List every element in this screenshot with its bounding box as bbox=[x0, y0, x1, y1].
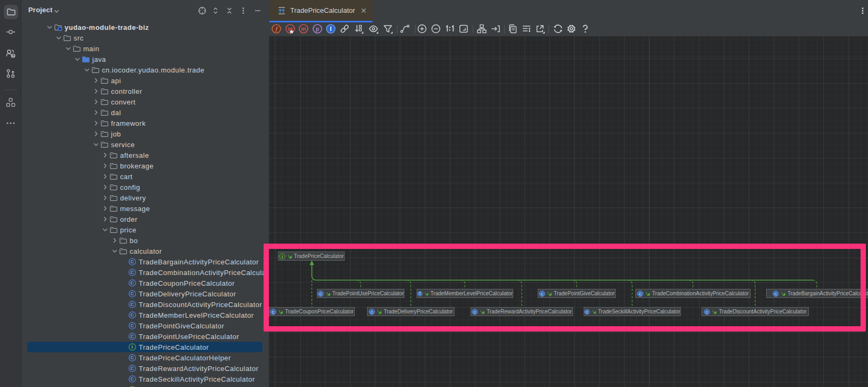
svg-text:I: I bbox=[330, 26, 332, 32]
svg-text:C: C bbox=[131, 291, 134, 296]
svg-text:C: C bbox=[131, 312, 134, 318]
svg-text:C: C bbox=[131, 280, 134, 286]
svg-text:C: C bbox=[131, 334, 134, 339]
svg-text:C: C bbox=[131, 323, 134, 328]
svg-text:p: p bbox=[315, 26, 318, 32]
svg-text:C: C bbox=[131, 270, 134, 275]
svg-text:I: I bbox=[131, 344, 133, 350]
svg-text:C: C bbox=[131, 376, 134, 382]
svg-text:C: C bbox=[131, 355, 134, 360]
svg-text:m: m bbox=[301, 26, 306, 32]
svg-text:C: C bbox=[131, 366, 134, 371]
svg-text:C: C bbox=[131, 259, 134, 264]
svg-text:C: C bbox=[131, 302, 134, 307]
